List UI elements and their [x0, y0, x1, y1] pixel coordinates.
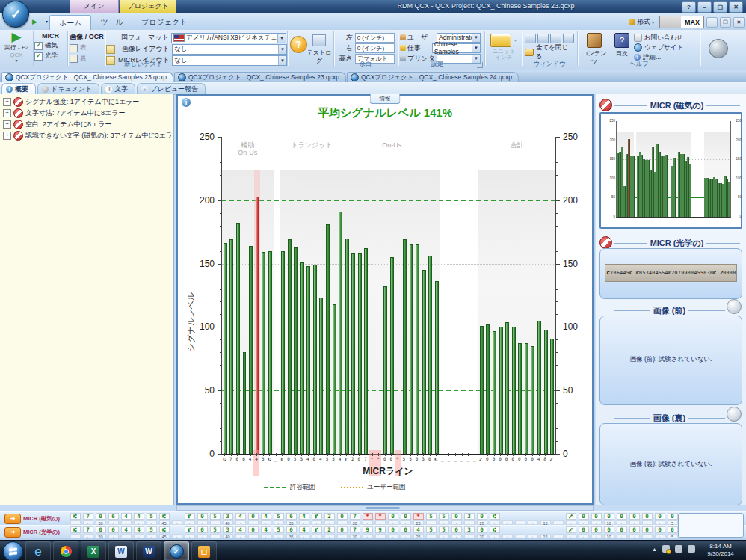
help-circle-button[interactable]: ?: [290, 36, 307, 53]
micr-cell[interactable]: 2·: [323, 512, 336, 525]
tab-preview-report[interactable]: ⌕プレビュー報告: [137, 83, 206, 94]
contact-link[interactable]: お問い合わせ: [634, 33, 698, 43]
taskbar-accounting-app-icon[interactable]: ◻: [191, 541, 217, 560]
bar[interactable]: [300, 262, 304, 454]
micr-cell[interactable]: 425: [412, 526, 425, 538]
test-log-label[interactable]: テストログ: [306, 49, 332, 65]
micr-cell[interactable]: 4·: [120, 526, 132, 538]
bar[interactable]: [403, 239, 407, 454]
micr-cell[interactable]: 0·: [247, 512, 259, 525]
micr-cell[interactable]: 4·: [234, 526, 247, 538]
unit-envelope-icon[interactable]: [490, 34, 511, 47]
display-icon[interactable]: [675, 545, 682, 553]
mdi-minimize-button[interactable]: _: [706, 17, 718, 28]
micr-cell[interactable]: 5·: [425, 526, 437, 538]
close-button[interactable]: ✕: [729, 1, 743, 13]
context-tab-main[interactable]: メイン: [70, 0, 119, 13]
taskbar-word-alt-icon[interactable]: W: [136, 541, 161, 560]
micr-cell[interactable]: 340: [221, 512, 234, 525]
mdi-restore-button[interactable]: ❐: [720, 17, 731, 28]
micr-cell[interactable]: ⑈·: [310, 512, 323, 525]
goto-arrow-button[interactable]: ➜: [4, 514, 21, 524]
micr-cell[interactable]: ⑆·: [69, 526, 81, 538]
taskbar-chrome-icon[interactable]: [53, 541, 78, 560]
info-tab[interactable]: 情報: [370, 94, 401, 104]
taskbar-excel-icon[interactable]: X: [81, 541, 106, 560]
micr-cell[interactable]: ⑇·: [564, 512, 577, 525]
tab-overview[interactable]: i概要: [1, 83, 36, 94]
bar[interactable]: [339, 212, 342, 454]
bar[interactable]: [319, 298, 323, 454]
micr-cell[interactable]: 0·: [336, 512, 348, 525]
margin-left-input[interactable]: 0 (インチ): [355, 33, 395, 43]
tab-tools[interactable]: ツール: [91, 15, 132, 31]
tray-expand-icon[interactable]: ▲: [652, 547, 657, 552]
image-layout-combo[interactable]: なし ▼: [172, 44, 287, 55]
app-logo-icon[interactable]: ✓: [2, 1, 29, 28]
micr-cell[interactable]: 5·: [437, 512, 450, 525]
micr-cell[interactable]: *·: [361, 512, 374, 525]
micr-cell[interactable]: 5·: [209, 512, 221, 525]
tab-characters[interactable]: II文字: [101, 83, 135, 94]
micr-cell[interactable]: 4·: [132, 512, 145, 525]
micr-cell[interactable]: 0·: [641, 526, 653, 538]
bar[interactable]: [422, 270, 426, 454]
checkbox-front[interactable]: ✓ 表: [70, 43, 104, 52]
bar[interactable]: [345, 239, 349, 454]
micr-cell[interactable]: 7·: [81, 512, 94, 525]
micr-cell[interactable]: ·: [170, 512, 183, 525]
micr-cell[interactable]: ·: [514, 512, 526, 525]
tree-item[interactable]: +シグナル強度: 1アイテム中に1エラー: [0, 96, 173, 108]
bar[interactable]: [518, 343, 522, 454]
micr-cell[interactable]: ⑆45: [158, 512, 170, 525]
document-tab[interactable]: QCXプロジェクト : QCX_ Chinese Samples 23.qcxp: [1, 72, 173, 82]
micr-cell[interactable]: 050: [94, 526, 107, 538]
micr-cell[interactable]: ⑆·: [69, 512, 81, 525]
micr-cell[interactable]: 05: [666, 526, 679, 538]
tile-vertical-icon[interactable]: [550, 34, 561, 43]
micr-cell[interactable]: ·: [552, 512, 564, 525]
run-test-button[interactable]: ▶: [0, 31, 33, 43]
micr-cell[interactable]: ⑆45: [158, 526, 170, 538]
micr-cell[interactable]: 4·: [132, 526, 145, 538]
micr-cell[interactable]: 020: [475, 512, 488, 525]
micr-cell[interactable]: 5·: [425, 512, 437, 525]
bar[interactable]: [281, 251, 285, 454]
taskbar-qcx-icon[interactable]: ✓: [164, 541, 189, 560]
start-button[interactable]: [3, 541, 23, 560]
bar[interactable]: [493, 331, 496, 455]
bar[interactable]: [288, 239, 292, 454]
expand-icon[interactable]: +: [3, 132, 11, 140]
close-all-button[interactable]: 全てを閉じる.: [525, 47, 574, 57]
expand-icon[interactable]: +: [3, 98, 11, 106]
micr-optical-box[interactable]: ⑆706445⑆ ⑈053404554⑈2079900455030⑆ ⑇0000…: [599, 248, 742, 299]
maximize-button[interactable]: ▢: [713, 1, 727, 13]
micr-magnetic-thumbnail[interactable]: 005050100100150150200200250250: [599, 112, 742, 229]
micr-cell[interactable]: 5·: [437, 526, 450, 538]
tree-item[interactable]: +認識できない文字 (磁気の): 3アイテム中に3エラー: [0, 130, 173, 141]
bar[interactable]: [416, 244, 419, 454]
micr-cell[interactable]: 0·: [590, 512, 602, 525]
micr-cell[interactable]: 0·: [450, 512, 463, 525]
micr-cell[interactable]: 3·: [463, 512, 475, 525]
help-window-button[interactable]: ?: [682, 1, 696, 13]
bar[interactable]: [435, 281, 439, 454]
micr-cell[interactable]: 3·: [463, 526, 475, 538]
run-icon[interactable]: ▶: [30, 16, 40, 26]
micr-cell[interactable]: 0·: [628, 512, 641, 525]
micr-cell[interactable]: 340: [221, 526, 234, 538]
settings-dialog-launcher[interactable]: [477, 62, 483, 68]
micr-cell[interactable]: 0·: [653, 512, 666, 525]
bar[interactable]: [294, 247, 298, 454]
micr-cell[interactable]: 0·: [386, 512, 399, 525]
micr-cell[interactable]: 020: [475, 526, 488, 538]
micr-cell[interactable]: 4·: [298, 526, 310, 538]
minimize-button[interactable]: –: [697, 1, 712, 13]
micr-cell[interactable]: 0·: [577, 526, 590, 538]
bar[interactable]: [229, 239, 233, 454]
micr-cell[interactable]: 9·: [374, 526, 386, 538]
bar[interactable]: [268, 251, 272, 454]
micr-cell[interactable]: 6·: [107, 512, 120, 525]
micr-cell[interactable]: ⑆·: [488, 526, 501, 538]
test-log-icon[interactable]: [312, 34, 326, 46]
